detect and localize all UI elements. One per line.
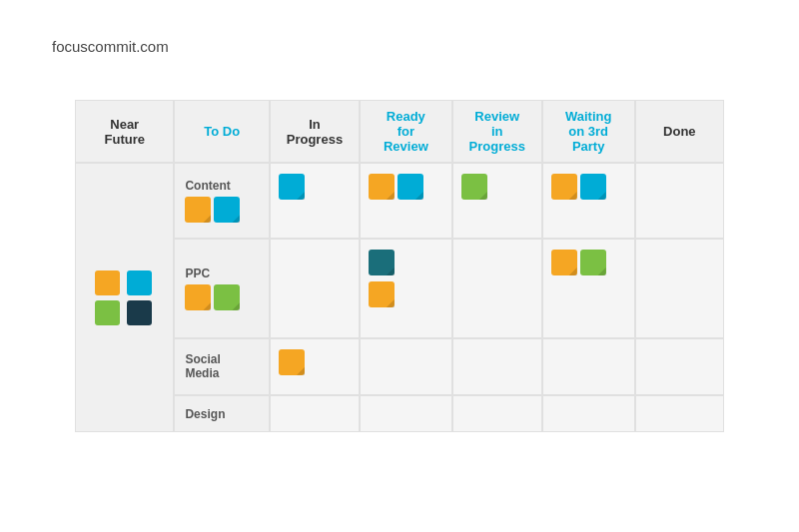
in-progress-content [270, 163, 360, 239]
ready-content [360, 163, 452, 239]
card-teal[interactable] [214, 197, 240, 223]
waiting-content [542, 163, 635, 239]
review-design [452, 395, 542, 432]
review-content [452, 163, 542, 239]
col-header-done: Done [635, 100, 724, 163]
done-design [635, 395, 724, 432]
card-orange-ppc[interactable] [185, 284, 211, 310]
nf-card-dark1 [127, 300, 152, 325]
ready-social [360, 338, 452, 396]
in-progress-social [270, 338, 360, 396]
row-label-content: Content [174, 163, 270, 239]
ready-ppc [360, 239, 452, 338]
review-social [452, 338, 542, 396]
card-green-ppc[interactable] [214, 284, 240, 310]
in-progress-design [270, 395, 360, 432]
nf-card-green1 [95, 300, 120, 325]
card-darkteal-ready-ppc[interactable] [369, 250, 395, 275]
row-label-design: Design [174, 395, 270, 432]
col-header-in-progress: InProgress [270, 100, 360, 163]
card-orange[interactable] [185, 197, 211, 223]
done-ppc [635, 239, 724, 338]
waiting-ppc [542, 239, 635, 338]
review-ppc [452, 239, 542, 338]
done-social [635, 338, 724, 396]
card-orange-social[interactable] [279, 349, 305, 375]
card-teal-wait[interactable] [580, 174, 606, 200]
col-header-near-future: NearFuture [75, 100, 174, 163]
site-label: focuscommit.com [52, 38, 169, 55]
card-orange-wait-ppc[interactable] [551, 250, 577, 275]
nf-card-teal1 [127, 270, 152, 295]
table-row: Content [75, 163, 724, 239]
card-teal-ready[interactable] [398, 174, 423, 200]
done-content [635, 163, 724, 239]
in-progress-ppc [270, 239, 360, 338]
near-future-cards [95, 270, 155, 325]
todo-content-cards [185, 193, 261, 223]
col-header-waiting: Waitingon 3rdParty [542, 100, 635, 163]
kanban-board: NearFuture To Do InProgress ReadyforRevi… [75, 100, 724, 432]
near-future-cell [75, 163, 174, 432]
waiting-design [542, 395, 635, 432]
row-label-ppc: PPC [174, 239, 270, 338]
ready-design [360, 395, 452, 432]
card-green-review[interactable] [461, 174, 487, 200]
nf-card-orange1 [95, 270, 120, 295]
col-header-todo: To Do [174, 100, 270, 163]
card-orange-ready[interactable] [369, 174, 395, 200]
col-header-review: ReviewinProgress [452, 100, 542, 163]
row-label-social: SocialMedia [174, 338, 270, 396]
card-orange-wait[interactable] [551, 174, 577, 200]
card-orange-ready-ppc[interactable] [369, 281, 395, 307]
card-green-wait-ppc[interactable] [580, 250, 606, 275]
card-teal-ip[interactable] [279, 174, 305, 200]
todo-ppc-cards [185, 280, 261, 310]
waiting-social [542, 338, 635, 396]
col-header-ready: ReadyforReview [360, 100, 452, 163]
kanban-table: NearFuture To Do InProgress ReadyforRevi… [75, 100, 724, 432]
